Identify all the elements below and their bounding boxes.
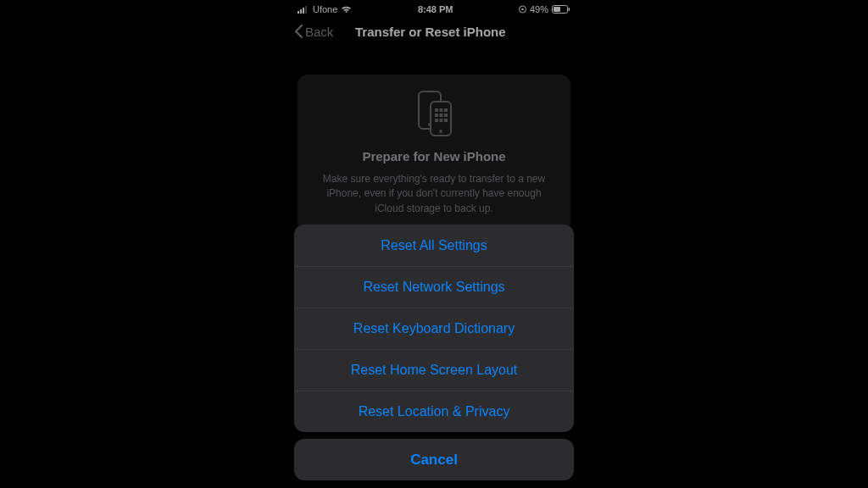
- svg-point-5: [521, 8, 524, 11]
- location-lock-icon: [519, 5, 526, 14]
- sheet-item-label: Reset Keyboard Dictionary: [353, 321, 515, 336]
- svg-rect-20: [444, 119, 448, 122]
- clock-label: 8:48 PM: [418, 4, 453, 14]
- sheet-item-label: Reset Network Settings: [363, 280, 504, 295]
- carrier-label: Ufone: [313, 5, 337, 14]
- svg-rect-2: [303, 8, 304, 14]
- battery-pct-label: 49%: [530, 5, 548, 14]
- reset-keyboard-dictionary-button[interactable]: Reset Keyboard Dictionary: [294, 308, 574, 349]
- svg-rect-13: [440, 108, 443, 112]
- wifi-icon: [341, 5, 352, 14]
- page-title: Transfer or Reset iPhone: [355, 25, 506, 39]
- svg-rect-16: [440, 114, 443, 117]
- sheet-item-label: Reset Home Screen Layout: [351, 363, 518, 378]
- prepare-title: Prepare for New iPhone: [311, 149, 557, 164]
- reset-all-settings-button[interactable]: Reset All Settings: [294, 225, 574, 266]
- svg-rect-7: [554, 7, 560, 12]
- reset-location-privacy-button[interactable]: Reset Location & Privacy: [294, 391, 574, 432]
- svg-rect-15: [435, 114, 438, 117]
- svg-rect-17: [444, 114, 448, 117]
- signal-bars-icon: [298, 5, 309, 14]
- svg-rect-0: [298, 11, 299, 14]
- prepare-description: Make sure everything's ready to transfer…: [311, 172, 557, 216]
- svg-rect-14: [444, 108, 448, 112]
- svg-rect-12: [435, 108, 438, 112]
- prepare-card: Prepare for New iPhone Make sure everyth…: [298, 75, 570, 231]
- status-bar: Ufone 8:48 PM: [289, 2, 579, 17]
- cancel-button[interactable]: Cancel: [294, 439, 574, 480]
- sheet-item-label: Reset Location & Privacy: [359, 404, 510, 419]
- phones-transfer-icon: [311, 90, 557, 137]
- reset-home-screen-layout-button[interactable]: Reset Home Screen Layout: [294, 349, 574, 391]
- sheet-item-label: Reset All Settings: [381, 238, 487, 253]
- battery-icon: [552, 5, 570, 14]
- action-sheet-options: Reset All Settings Reset Network Setting…: [294, 225, 574, 432]
- action-sheet: Reset All Settings Reset Network Setting…: [294, 225, 574, 480]
- back-button[interactable]: Back: [294, 24, 333, 39]
- svg-rect-3: [305, 6, 307, 14]
- reset-network-settings-button[interactable]: Reset Network Settings: [294, 266, 574, 308]
- chevron-left-icon: [294, 24, 303, 39]
- svg-rect-8: [569, 8, 570, 11]
- svg-rect-19: [440, 119, 443, 122]
- back-label: Back: [305, 25, 333, 39]
- nav-bar: Back Transfer or Reset iPhone: [289, 17, 579, 46]
- svg-rect-18: [435, 119, 438, 122]
- svg-point-21: [439, 130, 442, 133]
- cancel-label: Cancel: [410, 452, 458, 469]
- svg-rect-1: [300, 9, 302, 14]
